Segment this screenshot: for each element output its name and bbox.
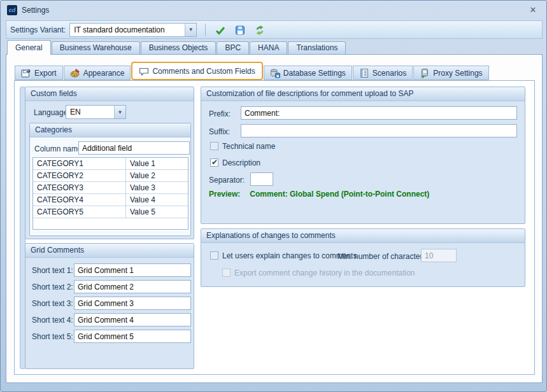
- tab-appearance[interactable]: Appearance: [64, 66, 131, 80]
- appearance-icon: [70, 68, 80, 78]
- short-text-2-input[interactable]: [74, 280, 191, 293]
- short-text-1-label: Short text 1:: [32, 266, 73, 275]
- custom-fields-group-title: Custom fields: [25, 87, 194, 101]
- categories-table: CATEGORY1 Value 1 CATEGORY2 Value 2 CATE…: [32, 157, 188, 230]
- category-cell[interactable]: CATEGORY5: [33, 206, 126, 218]
- refresh-arrows-icon: [255, 25, 265, 35]
- technical-name-label: Technical name: [222, 142, 275, 151]
- category-cell[interactable]: CATEGORY4: [33, 194, 126, 206]
- value-cell[interactable]: Value 1: [126, 158, 188, 169]
- column-name-input[interactable]: [78, 141, 190, 155]
- title-bar[interactable]: cd Settings ✕: [1, 1, 546, 20]
- suffix-input[interactable]: [241, 124, 517, 137]
- prefix-input[interactable]: [241, 106, 517, 120]
- value-cell[interactable]: Value 3: [126, 182, 188, 193]
- category-cell[interactable]: CATEGORY3: [33, 182, 126, 193]
- tab-appearance-label: Appearance: [83, 69, 125, 78]
- tab-business-objects[interactable]: Business Objects: [141, 41, 217, 55]
- short-text-5-label: Short text 5:: [32, 332, 73, 341]
- comments-icon: [139, 66, 149, 76]
- tab-export-label: Export: [34, 69, 57, 78]
- short-text-3-label: Short text 3:: [32, 299, 73, 308]
- tab-export[interactable]: Export: [15, 66, 63, 80]
- comments-tab-page: Custom fields Language EN ▼ Categories C…: [14, 80, 535, 375]
- export-history-checkbox[interactable]: [222, 269, 231, 277]
- settings-variant-value: IT standard documentation: [70, 24, 185, 36]
- tab-hana[interactable]: HANA: [250, 41, 287, 55]
- short-text-3-input[interactable]: [74, 297, 191, 310]
- suffix-label: Suffix:: [209, 127, 230, 136]
- value-cell[interactable]: Value 2: [126, 170, 188, 181]
- min-characters-label: Min. number of characters:: [337, 252, 429, 261]
- tab-general[interactable]: General: [7, 40, 51, 55]
- grid-comments-group-title: Grid Comments: [25, 244, 194, 258]
- tab-business-warehouse[interactable]: Business Warehouse: [52, 41, 140, 55]
- window-title: Settings: [22, 6, 49, 15]
- settings-variant-combobox[interactable]: IT standard documentation ▼: [69, 23, 197, 37]
- separator-input[interactable]: [250, 172, 273, 186]
- categories-group-title: Categories: [30, 123, 190, 137]
- language-combobox[interactable]: EN ▼: [66, 105, 126, 119]
- database-icon: [270, 68, 280, 78]
- language-value: EN: [66, 106, 114, 118]
- tab-database-settings-label: Database Settings: [283, 69, 346, 78]
- short-text-2-label: Short text 2:: [32, 283, 73, 291]
- description-label: Description: [222, 158, 260, 167]
- category-cell[interactable]: CATEGORY1: [33, 158, 126, 169]
- short-text-4-input[interactable]: [74, 313, 191, 326]
- tab-comments-and-custom-fields[interactable]: Comments and Custom Fields: [131, 62, 262, 80]
- table-row[interactable]: CATEGORY2 Value 2: [33, 170, 188, 182]
- tab-scenarios[interactable]: Scenarios: [353, 66, 413, 80]
- explanations-group: Explanations of changes to comments Let …: [201, 228, 525, 287]
- tab-translations[interactable]: Translations: [288, 41, 346, 55]
- table-row[interactable]: CATEGORY1 Value 1: [33, 158, 188, 170]
- min-characters-input[interactable]: [421, 249, 457, 262]
- table-row[interactable]: CATEGORY5 Value 5: [33, 206, 188, 218]
- save-floppy-icon: [235, 25, 245, 35]
- save-button[interactable]: [232, 22, 248, 38]
- preview-label: Preview:: [209, 190, 240, 199]
- toolbar-separator: [205, 24, 206, 36]
- apply-button[interactable]: [213, 22, 228, 38]
- settings-variant-label: Settings Variant:: [10, 25, 66, 34]
- chevron-down-icon[interactable]: ▼: [114, 106, 125, 118]
- tab-comments-label: Comments and Custom Fields: [152, 67, 255, 76]
- short-text-1-input[interactable]: [74, 263, 191, 277]
- category-cell[interactable]: CATEGORY2: [33, 170, 126, 181]
- settings-variant-toolbar: Settings Variant: IT standard documentat…: [6, 20, 543, 39]
- technical-name-checkbox[interactable]: [210, 142, 218, 150]
- tab-proxy-settings-label: Proxy Settings: [433, 69, 482, 78]
- export-history-label: Export comment change history in the doc…: [234, 269, 415, 277]
- categories-group: Categories Column name: CATEGORY1 Value …: [29, 123, 191, 236]
- tab-proxy-settings[interactable]: Proxy Settings: [413, 66, 488, 80]
- refresh-button[interactable]: [252, 22, 267, 38]
- short-text-5-input[interactable]: [74, 330, 191, 343]
- sub-tab-strip: Export Appearance Comments and Custom Fi…: [15, 62, 489, 80]
- chevron-down-icon[interactable]: ▼: [185, 24, 196, 36]
- let-users-explain-checkbox[interactable]: [210, 251, 218, 260]
- grid-comments-group: Grid Comments Short text 1: Short text 2…: [25, 243, 194, 369]
- custom-fields-group: Custom fields Language EN ▼ Categories C…: [25, 87, 194, 239]
- preview-row: Preview: Comment: Global Spend (Point-to…: [209, 190, 429, 199]
- table-row[interactable]: CATEGORY3 Value 3: [33, 182, 188, 194]
- description-checkbox[interactable]: [210, 158, 218, 167]
- language-label: Language: [34, 108, 67, 117]
- short-text-4-label: Short text 4:: [32, 316, 73, 325]
- table-row[interactable]: CATEGORY4 Value 4: [33, 194, 188, 206]
- column-name-label: Column name:: [34, 144, 84, 153]
- value-cell[interactable]: Value 4: [126, 194, 188, 206]
- export-icon: [21, 68, 31, 78]
- close-icon[interactable]: ✕: [528, 5, 538, 15]
- main-tab-strip: General Business Warehouse Business Obje…: [7, 40, 346, 55]
- app-icon: cd: [7, 5, 17, 15]
- customization-group-title: Customization of file descriptions for c…: [201, 87, 525, 101]
- value-cell[interactable]: Value 5: [126, 206, 188, 218]
- customization-group: Customization of file descriptions for c…: [201, 87, 525, 224]
- general-tab-page: Export Appearance Comments and Custom Fi…: [6, 54, 543, 383]
- tab-bpc[interactable]: BPC: [217, 41, 249, 55]
- tab-database-settings[interactable]: Database Settings: [264, 66, 352, 80]
- explanations-group-title: Explanations of changes to comments: [201, 229, 525, 243]
- settings-dialog: cd Settings ✕ Settings Variant: IT stand…: [0, 0, 547, 392]
- tab-scenarios-label: Scenarios: [373, 69, 406, 78]
- accept-check-icon: [215, 25, 225, 35]
